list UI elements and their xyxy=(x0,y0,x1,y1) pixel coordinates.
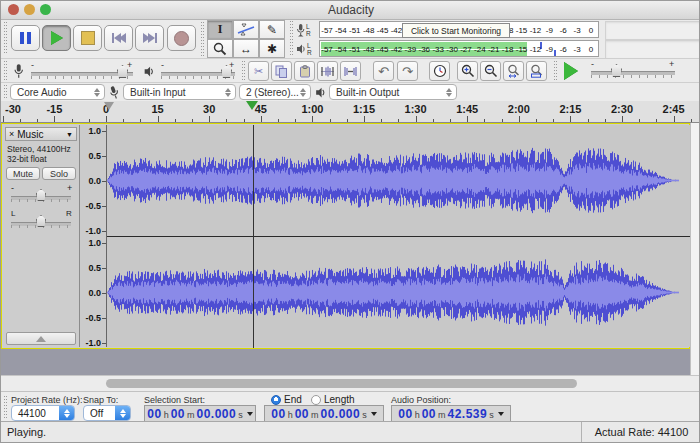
redo-button[interactable]: ↷ xyxy=(397,61,418,81)
input-device-icon xyxy=(107,84,122,102)
waveform-right-channel[interactable] xyxy=(107,237,690,348)
track-menu-icon[interactable]: ▼ xyxy=(66,131,73,138)
empty-dock-2 xyxy=(605,40,700,59)
waveform-left-channel[interactable] xyxy=(107,125,690,236)
selection-toolbar-grip[interactable] xyxy=(3,396,8,418)
silence-audio-button[interactable] xyxy=(340,61,361,81)
snap-to-label: Snap To: xyxy=(83,395,118,405)
play-button[interactable] xyxy=(42,25,71,51)
track-header[interactable]: × Music ▼ xyxy=(5,127,77,141)
tools-toolbar-grip[interactable] xyxy=(200,22,205,58)
rec-vol-min: - xyxy=(31,60,34,70)
paste-button[interactable] xyxy=(294,61,315,81)
timeshift-tool-button[interactable]: ↔ xyxy=(233,39,259,58)
selection-start-field[interactable]: 00h 00m 00.000s xyxy=(144,405,256,422)
length-radio-label[interactable]: Length xyxy=(324,394,355,405)
pan-thumb[interactable] xyxy=(36,215,46,227)
fit-project-icon xyxy=(530,64,544,78)
track-close-icon[interactable]: × xyxy=(9,129,14,139)
copy-button[interactable] xyxy=(271,61,292,81)
zoom-in-button[interactable] xyxy=(457,61,478,81)
pause-button[interactable] xyxy=(11,25,40,51)
track-format-line2: 32-bit float xyxy=(7,154,47,164)
fit-project-button[interactable] xyxy=(526,61,547,81)
waveform-area[interactable] xyxy=(107,125,690,347)
asterisk-icon: ✱ xyxy=(267,42,277,56)
zoom-out-button[interactable] xyxy=(480,61,501,81)
actual-rate: Actual Rate: 44100 xyxy=(582,426,700,438)
vertical-scrollbar[interactable] xyxy=(690,123,700,375)
time-format-dropdown-icon[interactable] xyxy=(247,412,253,416)
trim-audio-button[interactable] xyxy=(317,61,338,81)
envelope-tool-button[interactable] xyxy=(233,20,259,39)
cut-button[interactable]: ✂ xyxy=(248,61,269,81)
audio-position-field[interactable]: 00h 00m 42.539s xyxy=(391,405,511,422)
window-title: Audacity xyxy=(1,3,700,17)
edit-toolbar-grip[interactable] xyxy=(241,61,246,81)
recording-meter-header[interactable]: LR xyxy=(296,21,318,38)
playhead-marker[interactable] xyxy=(246,101,258,110)
vertical-ruler[interactable]: 1.00.50.0-0.5-1.01.00.50.0-0.5-1.0 xyxy=(80,125,107,347)
undo-button[interactable]: ↶ xyxy=(373,61,394,81)
status-message: Playing. xyxy=(7,426,46,438)
selection-tool-button[interactable]: I xyxy=(207,20,233,39)
transport-toolbar-grip[interactable] xyxy=(3,22,8,55)
peak-hold-right xyxy=(554,50,556,56)
gain-thumb[interactable] xyxy=(36,189,46,201)
selection-end-field[interactable]: 00h 00m 00.000s xyxy=(264,405,384,422)
multi-tool-button[interactable]: ✱ xyxy=(259,39,285,58)
recording-device-select[interactable]: Built-in Input xyxy=(123,84,236,100)
mixer-toolbar-grip[interactable] xyxy=(3,61,8,81)
solo-button[interactable]: Solo xyxy=(42,167,76,180)
play-speed-thumb[interactable] xyxy=(611,64,622,77)
length-radio[interactable] xyxy=(311,395,321,405)
snap-to-select[interactable]: Off xyxy=(83,405,131,421)
play-speed-ticks xyxy=(591,75,675,78)
device-toolbar-grip[interactable] xyxy=(3,85,8,99)
recording-meter[interactable]: -57-54-51-48-45-42-39-36-33-30-27-24-21-… xyxy=(319,21,599,38)
playback-meter-header[interactable]: LR xyxy=(296,40,318,57)
horizontal-scrollbar-thumb[interactable] xyxy=(106,379,577,388)
stop-button[interactable] xyxy=(73,25,102,51)
channels-select-chevrons xyxy=(300,88,306,97)
playback-device-value: Built-in Output xyxy=(336,87,399,98)
fit-selection-button[interactable] xyxy=(503,61,524,81)
envelope-icon xyxy=(237,23,255,36)
recording-channels-select[interactable]: 2 (Stereo)... xyxy=(239,84,311,100)
end-radio-label[interactable]: End xyxy=(284,394,302,405)
playback-meter[interactable]: -57-54-51-48-45-42-39-36-33-30-27-24-21-… xyxy=(319,40,599,57)
mute-button[interactable]: Mute xyxy=(6,167,40,180)
pencil-icon: ✎ xyxy=(267,23,277,37)
draw-tool-button[interactable]: ✎ xyxy=(259,20,285,39)
play-at-speed-button[interactable] xyxy=(559,61,583,81)
skip-to-start-button[interactable] xyxy=(104,25,133,51)
output-select-chevrons xyxy=(446,88,452,97)
monitoring-tooltip[interactable]: Click to Start Monitoring xyxy=(402,23,510,38)
ibeam-icon: I xyxy=(218,22,223,37)
output-device-icon xyxy=(315,86,326,99)
microphone-icon xyxy=(296,23,305,37)
project-rate-select[interactable]: 44100 xyxy=(11,405,75,421)
sync-lock-button[interactable] xyxy=(429,61,450,81)
collapse-arrow-icon xyxy=(36,336,46,342)
speed-min: - xyxy=(591,59,594,69)
playback-device-select[interactable]: Built-in Output xyxy=(329,84,457,100)
play-speed-toolbar-grip[interactable] xyxy=(553,61,558,81)
time-format-dropdown-icon[interactable] xyxy=(371,412,377,416)
zoom-tool-button[interactable] xyxy=(207,39,233,58)
end-radio[interactable] xyxy=(271,395,281,405)
empty-track-area[interactable] xyxy=(1,349,690,375)
snap-to-value: Off xyxy=(90,408,103,419)
title-bar[interactable]: Audacity xyxy=(1,1,700,20)
skip-to-end-button[interactable] xyxy=(135,25,164,51)
track-name[interactable]: Music xyxy=(17,129,43,140)
record-button[interactable] xyxy=(167,25,196,51)
quickplay-start-marker[interactable] xyxy=(104,102,114,110)
playback-volume-icon xyxy=(143,65,155,78)
meter-toolbar-grip[interactable] xyxy=(289,21,294,57)
time-format-dropdown-icon[interactable] xyxy=(498,412,504,416)
track-collapse-button[interactable] xyxy=(6,332,76,345)
gain-minus: - xyxy=(11,183,14,193)
audio-host-select[interactable]: Core Audio xyxy=(10,84,105,100)
undo-icon: ↶ xyxy=(378,64,389,79)
